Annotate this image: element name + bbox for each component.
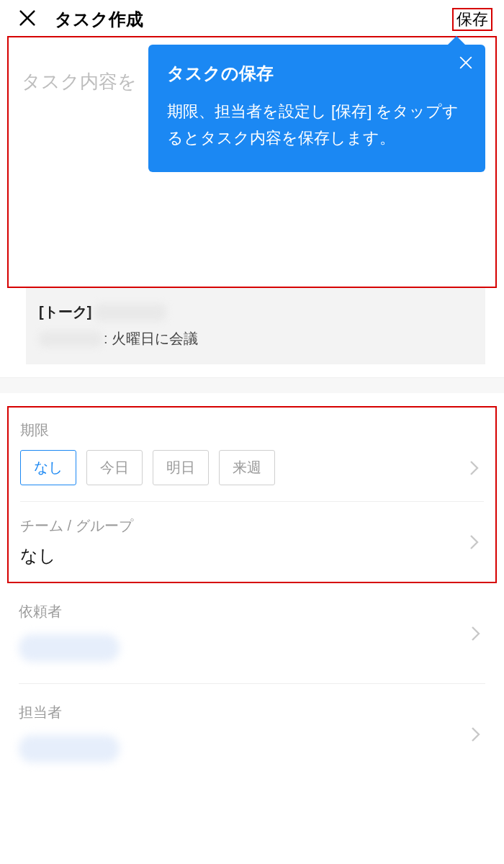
- requester-row[interactable]: 依頼者: [19, 583, 485, 684]
- redacted-user-chip: [19, 634, 120, 662]
- deadline-option-tomorrow[interactable]: 明日: [153, 450, 209, 485]
- requester-label: 依頼者: [19, 602, 471, 621]
- chevron-right-icon[interactable]: [471, 726, 481, 743]
- redacted-user-chip: [19, 735, 120, 762]
- deadline-team-section: 期限 なし 今日 明日 来週 チーム / グループ なし: [7, 406, 497, 583]
- chevron-right-icon[interactable]: [471, 625, 481, 642]
- page-title: タスク作成: [55, 8, 452, 31]
- assignee-label: 担当者: [19, 703, 471, 722]
- section-divider: [0, 377, 504, 393]
- save-button[interactable]: 保存: [452, 8, 492, 32]
- task-input-placeholder: タスク内容を: [22, 71, 137, 92]
- tooltip-body: 期限、担当者を設定し [保存] をタップするとタスク内容を保存します。: [167, 98, 467, 152]
- team-value: なし: [20, 544, 469, 567]
- assignee-row[interactable]: 担当者: [19, 684, 485, 784]
- save-tooltip: タスクの保存 期限、担当者を設定し [保存] をタップするとタスク内容を保存しま…: [148, 45, 485, 172]
- team-label: チーム / グループ: [20, 516, 469, 536]
- deadline-option-nextweek[interactable]: 来週: [219, 450, 275, 485]
- talk-reference: [トーク] : 火曜日に会議: [26, 288, 485, 364]
- deadline-option-today[interactable]: 今日: [86, 450, 143, 485]
- chevron-right-icon[interactable]: [469, 459, 480, 477]
- tooltip-title: タスクの保存: [167, 62, 467, 85]
- redacted-name: [39, 331, 102, 347]
- talk-message: : 火曜日に会議: [104, 329, 198, 348]
- team-row[interactable]: チーム / グループ なし: [20, 502, 484, 582]
- deadline-option-none[interactable]: なし: [20, 450, 76, 485]
- close-icon[interactable]: [458, 55, 474, 73]
- deadline-label: 期限: [20, 420, 484, 440]
- header: タスク作成 保存: [0, 0, 504, 36]
- redacted-name: [94, 304, 166, 321]
- talk-prefix: [トーク]: [39, 302, 91, 322]
- chevron-right-icon[interactable]: [469, 534, 480, 551]
- close-icon[interactable]: [17, 8, 37, 32]
- deadline-row[interactable]: なし 今日 明日 来週: [20, 450, 484, 502]
